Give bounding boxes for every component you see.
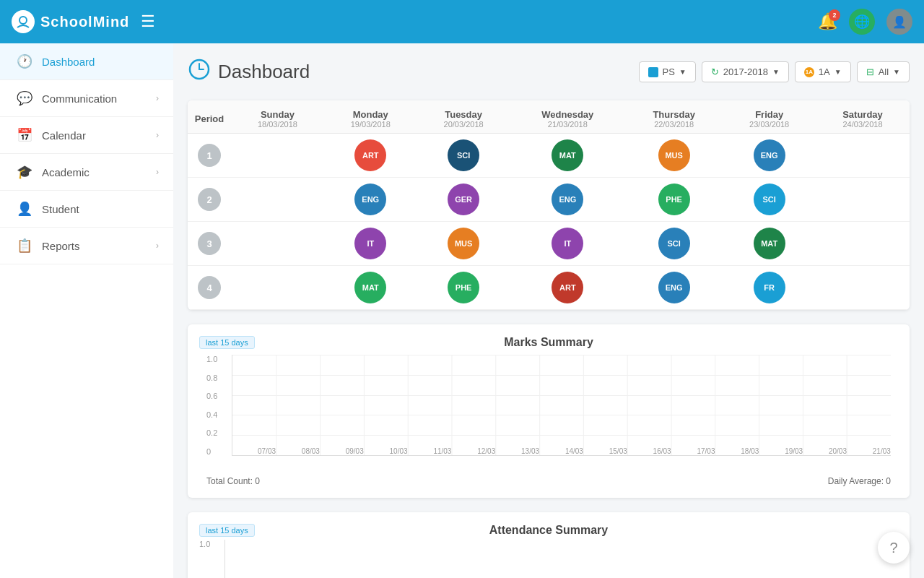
sidebar-label-communication: Communication <box>42 92 156 105</box>
subject-circle[interactable]: MAT <box>552 139 583 171</box>
all-selector[interactable]: ⊟ All ▼ <box>857 61 910 82</box>
logo-icon <box>12 10 35 33</box>
table-row: 2ENGGERENGPHESCI <box>188 178 910 222</box>
subject-circle[interactable]: MUS <box>448 228 479 259</box>
period-cell: 1 <box>188 134 231 178</box>
sidebar-label-dashboard: Dashboard <box>42 56 159 68</box>
subject-circle[interactable]: ART <box>552 272 583 303</box>
main-content: Dashboard PS ▼ ↻ 2017-2018 ▼ 1A 1A ▼ <box>173 43 924 578</box>
subject-circle[interactable]: SCI <box>448 139 479 171</box>
subject-circle[interactable]: SCI <box>754 184 785 215</box>
subject-circle[interactable]: SCI <box>658 228 690 259</box>
subject-circle[interactable]: FR <box>754 272 785 303</box>
friday-col-header: Friday 23/03/2018 <box>723 100 816 134</box>
reports-icon: 📋 <box>14 238 35 254</box>
slot-tuesday: PHE <box>417 266 510 310</box>
header-controls: PS ▼ ↻ 2017-2018 ▼ 1A 1A ▼ ⊟ All ▼ <box>639 61 910 82</box>
student-icon: 👤 <box>14 201 35 217</box>
marks-summary-title: Marks Summary <box>504 336 593 349</box>
sidebar-label-reports: Reports <box>42 240 156 252</box>
sidebar: 🕐 Dashboard 💬 Communication › 📅 Calendar… <box>0 43 173 578</box>
subject-circle[interactable]: PHE <box>448 272 479 303</box>
sidebar-item-communication[interactable]: 💬 Communication › <box>0 80 173 117</box>
saturday-col-header: Saturday 24/03/2018 <box>816 100 910 134</box>
app-logo: SchoolMind <box>12 10 129 33</box>
table-row: 3ITMUSITSCIMAT <box>188 222 910 266</box>
slot-saturday <box>816 178 910 222</box>
wednesday-col-header: Wednesday 21/03/2018 <box>510 100 626 134</box>
class-caret: ▼ <box>834 68 842 76</box>
subject-circle[interactable]: IT <box>552 228 583 259</box>
marks-chart-grid: 07/0308/0309/0310/0311/0312/0313/0314/03… <box>232 355 891 456</box>
help-button[interactable]: ? <box>878 532 910 564</box>
slot-friday: ENG <box>723 134 816 178</box>
notification-badge: 2 <box>829 9 840 21</box>
table-row: 4MATPHEARTENGFR <box>188 266 910 310</box>
slot-monday: IT <box>324 222 417 266</box>
marks-chart-area: 1.00.80.60.40.20 <box>206 355 891 470</box>
class-selector[interactable]: 1A 1A ▼ <box>795 61 851 82</box>
logo-text: SchoolMind <box>40 14 129 30</box>
subject-circle[interactable]: ART <box>354 139 386 171</box>
slot-sunday <box>231 178 324 222</box>
slot-wednesday: ART <box>510 266 626 310</box>
attendance-summary-title: Attendance Summary <box>489 524 609 537</box>
sidebar-label-academic: Academic <box>42 166 156 178</box>
subject-circle[interactable]: PHE <box>658 184 690 215</box>
chevron-right-icon: › <box>156 130 159 140</box>
slot-monday: ENG <box>324 178 417 222</box>
slot-thursday: ENG <box>625 266 723 310</box>
sidebar-item-reports[interactable]: 📋 Reports › <box>0 228 173 264</box>
sunday-col-header: Sunday 18/03/2018 <box>231 100 324 134</box>
ps-caret: ▼ <box>679 68 687 76</box>
period-cell: 2 <box>188 178 231 222</box>
sidebar-item-student[interactable]: 👤 Student <box>0 191 173 228</box>
slot-saturday <box>816 266 910 310</box>
slot-tuesday: SCI <box>417 134 510 178</box>
main-layout: 🕐 Dashboard 💬 Communication › 📅 Calendar… <box>0 43 924 578</box>
slot-friday: SCI <box>723 178 816 222</box>
language-button[interactable]: 🌐 <box>849 9 875 35</box>
subject-circle[interactable]: GER <box>448 184 479 215</box>
academic-icon: 🎓 <box>14 164 35 180</box>
marks-y-labels: 1.00.80.60.40.20 <box>206 355 228 456</box>
subject-circle[interactable]: ENG <box>754 139 785 171</box>
subject-circle[interactable]: ENG <box>354 184 386 215</box>
year-selector[interactable]: ↻ 2017-2018 ▼ <box>702 61 789 82</box>
table-row: 1ARTSCIMATMUSENG <box>188 134 910 178</box>
slot-monday: ART <box>324 134 417 178</box>
ps-label: PS <box>663 66 675 77</box>
all-icon: ⊟ <box>866 66 874 77</box>
subject-circle[interactable]: ENG <box>552 184 583 215</box>
subject-circle[interactable]: ENG <box>658 272 690 303</box>
refresh-icon: ↻ <box>711 66 719 77</box>
slot-thursday: MUS <box>625 134 723 178</box>
marks-summary-card: last 15 days Marks Summary 1.00.80.60.40… <box>188 324 910 498</box>
subject-circle[interactable]: IT <box>354 228 386 259</box>
ps-selector[interactable]: PS ▼ <box>639 61 696 82</box>
period-cell: 4 <box>188 266 231 310</box>
year-caret: ▼ <box>772 68 780 76</box>
svg-point-0 <box>19 17 27 24</box>
marks-chart-footer: Total Count: 0 Daily Average: 0 <box>199 476 898 486</box>
all-caret: ▼ <box>893 68 900 76</box>
marks-daily-avg: Daily Average: 0 <box>828 476 891 486</box>
slot-sunday <box>231 266 324 310</box>
slot-tuesday: MUS <box>417 222 510 266</box>
page-title: Dashboard <box>218 61 310 83</box>
calendar-icon: 📅 <box>14 127 35 143</box>
subject-circle[interactable]: MUS <box>658 139 690 171</box>
tuesday-col-header: Tuesday 20/03/2018 <box>417 100 510 134</box>
subject-circle[interactable]: MAT <box>754 228 785 259</box>
slot-thursday: PHE <box>625 178 723 222</box>
sidebar-item-dashboard[interactable]: 🕐 Dashboard <box>0 43 173 80</box>
period-number: 3 <box>198 232 221 255</box>
sidebar-label-calendar: Calendar <box>42 129 156 142</box>
user-avatar[interactable]: 👤 <box>886 9 912 35</box>
sidebar-item-calendar[interactable]: 📅 Calendar › <box>0 117 173 154</box>
sidebar-item-academic[interactable]: 🎓 Academic › <box>0 154 173 191</box>
hamburger-menu[interactable]: ☰ <box>141 12 155 31</box>
notification-button[interactable]: 🔔 2 <box>818 12 837 31</box>
subject-circle[interactable]: MAT <box>354 272 386 303</box>
marks-summary-header: last 15 days Marks Summary <box>199 336 898 349</box>
